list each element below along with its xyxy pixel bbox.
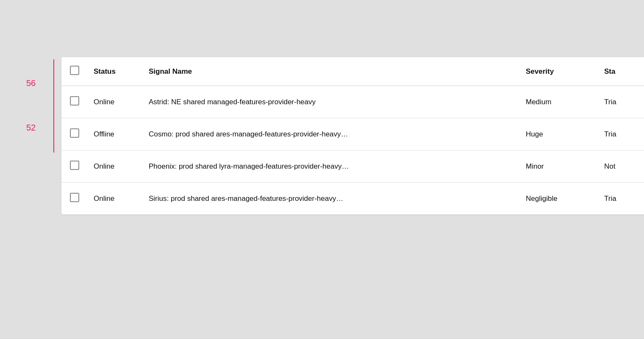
table-container: Status Signal Name Severity Sta OnlineAs…: [61, 57, 644, 214]
row-3-signal-name: Sirius: prod shared ares-managed-feature…: [142, 183, 519, 215]
row-3-severity: Negligible: [519, 183, 597, 215]
row-2-signal-name: Phoenix: prod shared lyra-managed-featur…: [142, 150, 519, 183]
row-2-status: Online: [87, 150, 142, 183]
table-header-row: Status Signal Name Severity Sta: [61, 57, 644, 86]
header-checkbox[interactable]: [70, 66, 79, 75]
page-container: 56 52 Status Signal Name Severity St: [0, 0, 644, 339]
line-marker-56: [53, 59, 54, 108]
row-1-checkbox-cell: [61, 118, 87, 150]
row-0-stage: Tria: [597, 86, 644, 118]
row-2-severity: Minor: [519, 150, 597, 183]
line-number-56: 56: [26, 78, 36, 88]
row-0-signal-name: Astrid: NE shared managed-features-provi…: [142, 86, 519, 118]
row-1-status: Offline: [87, 118, 142, 150]
row-0-checkbox-cell: [61, 86, 87, 118]
table-row: OnlineSirius: prod shared ares-managed-f…: [61, 183, 644, 215]
row-3-stage: Tria: [597, 183, 644, 215]
header-stage: Sta: [597, 57, 644, 86]
row-1-severity: Huge: [519, 118, 597, 150]
row-0-checkbox[interactable]: [70, 96, 79, 106]
row-3-checkbox-cell: [61, 183, 87, 215]
header-checkbox-cell: [61, 57, 87, 86]
row-3-status: Online: [87, 183, 142, 215]
row-1-checkbox[interactable]: [70, 128, 79, 138]
row-2-checkbox-cell: [61, 150, 87, 183]
row-3-checkbox[interactable]: [70, 193, 79, 202]
row-1-stage: Tria: [597, 118, 644, 150]
header-severity: Severity: [519, 57, 597, 86]
row-1-signal-name: Cosmo: prod shared ares-managed-features…: [142, 118, 519, 150]
row-2-stage: Not: [597, 150, 644, 183]
table-row: OnlineAstrid: NE shared managed-features…: [61, 86, 644, 118]
row-0-status: Online: [87, 86, 142, 118]
row-0-severity: Medium: [519, 86, 597, 118]
table-row: OnlinePhoenix: prod shared lyra-managed-…: [61, 150, 644, 183]
line-marker-52: [53, 104, 54, 153]
table-row: OfflineCosmo: prod shared ares-managed-f…: [61, 118, 644, 150]
header-signal-name: Signal Name: [142, 57, 519, 86]
line-number-52: 52: [26, 123, 36, 133]
header-status: Status: [87, 57, 142, 86]
signals-table: Status Signal Name Severity Sta OnlineAs…: [61, 57, 644, 214]
row-2-checkbox[interactable]: [70, 161, 79, 170]
